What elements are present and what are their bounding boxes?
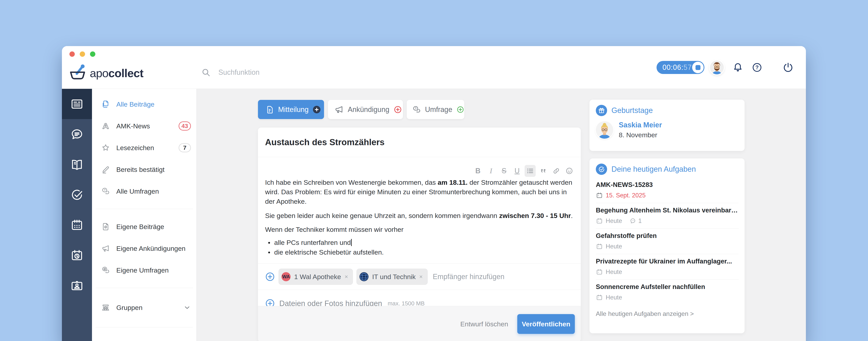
tab-label: Mitteilung [278,105,309,114]
editor-footer: Entwurf löschen Veröffentlichen [258,306,581,341]
italic-button[interactable]: I [486,165,497,177]
task-row[interactable]: Begehung Altenheim St. Nikolaus vereinba… [596,203,739,229]
birthday-entry[interactable]: Saskia Meier 8. November [589,116,745,139]
note-icon [265,105,274,114]
remove-recipient-icon[interactable]: × [419,273,423,280]
rail-item-duty-plan[interactable] [62,240,92,270]
svg-text:?: ? [104,189,105,192]
rail-item-calendar[interactable] [62,210,92,240]
recipient-chip[interactable]: IT und Technik × [356,269,428,285]
task-row[interactable]: AMK-NEWS-15283 15. Sept. 2025 [596,178,739,203]
document-edit-icon [101,222,111,231]
task-due-date: Heute [606,243,622,250]
bookmark-count-badge: 7 [179,143,191,152]
rail-item-handbook[interactable] [62,149,92,180]
chevron-down-icon [183,304,191,311]
logo-wordmark: apocollect [90,66,144,80]
task-row[interactable]: Privatrezepte für Ukrainer im Auffanglag… [596,254,739,280]
post-body-editor[interactable]: Ich habe ein Schreiben von Westenergie b… [265,178,574,257]
time-tracker[interactable]: 00:06:57 [656,61,705,74]
close-window-button[interactable] [69,52,75,57]
birthday-person-name[interactable]: Saskia Meier [619,121,662,129]
link-button[interactable] [551,165,562,177]
rail-item-contacts[interactable] [62,270,92,301]
bold-button[interactable]: B [472,165,484,177]
global-search[interactable]: Suchfunktion [202,68,259,77]
titlebar: apocollect Suchfunktion 00:06:57 [62,46,806,89]
bullet-list-button[interactable] [525,165,536,177]
remove-recipient-icon[interactable]: × [345,273,348,280]
sidebar-item-lesezeichen[interactable]: Lesezeichen 7 [92,137,196,159]
richtext-toolbar: B I S U [258,165,575,177]
sidebar-item-eigene-beitraege[interactable]: Eigene Beiträge [92,216,196,238]
sidebar-item-eigene-ankuendigungen[interactable]: Eigene Ankündigungen [92,238,196,259]
app-body: Alle Beiträge AMK-News 43 [62,89,806,341]
tab-label: Ankündigung [348,105,389,114]
task-due-date: Heute [606,217,622,224]
sidebar-item-label: Eigene Beiträge [116,223,191,230]
publish-button[interactable]: Veröffentlichen [517,314,575,334]
task-meta: Heute [596,243,739,250]
tab-umfrage[interactable]: ? Umfrage [407,100,464,119]
sidebar-item-alle-umfragen[interactable]: ? Alle Umfragen [92,180,196,202]
task-row[interactable]: Gefahrstoffe prüfen Heute [596,229,739,254]
sidebar-item-bereits-bestaetigt[interactable]: Bereits bestätigt [92,159,196,180]
strikethrough-button[interactable]: S [498,165,509,177]
blockquote-button[interactable] [538,165,549,177]
sidebar-item-label: Gruppen [116,304,183,312]
add-recipient-button[interactable] [265,272,275,282]
calendar-icon [596,192,603,199]
megaphone-icon [334,105,344,114]
timer-stop-button[interactable] [692,62,704,73]
user-avatar[interactable] [710,61,724,74]
zoom-window-button[interactable] [90,52,95,57]
rail-item-confirmations[interactable] [62,180,92,210]
sidebar-item-alle-beitraege[interactable]: Alle Beiträge [92,93,196,115]
sidebar-item-label: Alle Beiträge [116,100,191,108]
task-row[interactable]: Sonnencreme Aufsteller nachfüllen Heute [596,280,739,305]
birthdays-header: Geburtstage [589,100,745,116]
show-all-tasks-link[interactable]: Alle heutigen Aufgaben anzeigen > [589,305,745,322]
rail-item-chat[interactable] [62,119,92,149]
task-meta: Heute [596,269,739,276]
recipient-chip[interactable]: WA 1 Wal Apotheke × [279,269,353,285]
notifications-bell-icon[interactable] [733,62,743,73]
star-icon [101,144,111,152]
tab-mitteilung[interactable]: Mitteilung [258,100,324,119]
divider [258,157,581,157]
todays-tasks-card: Deine heutigen Aufgaben AMK-NEWS-15283 1… [589,158,745,333]
recipient-input-placeholder[interactable]: Empfänger hinzufügen [433,273,504,281]
minimize-window-button[interactable] [80,52,85,57]
calendar-icon [596,217,603,224]
chat-bubble-icon [70,128,84,141]
sidebar-item-gruppen[interactable]: Gruppen [92,295,196,320]
app-window: apocollect Suchfunktion 00:06:57 [62,46,806,341]
check-circle-icon [70,188,84,202]
task-title: Sonnencreme Aufsteller nachfüllen [596,283,739,291]
birthdays-title: Geburtstage [612,106,653,115]
comment-count: 1 [630,217,642,224]
post-title-input[interactable]: Austausch des Stromzählers [258,128,581,157]
logout-power-icon[interactable] [783,62,794,73]
delete-draft-button[interactable]: Entwurf löschen [460,320,508,328]
apocollect-logo: apocollect [68,64,144,82]
rail-item-feed[interactable] [62,89,92,119]
add-umfrage-icon [457,105,464,114]
emoji-button[interactable] [564,165,575,177]
sidebar-item-eigene-umfragen[interactable]: Eigene Umfragen [92,259,196,281]
sidebar-item-amk-news[interactable]: AMK-News 43 [92,115,196,137]
unread-count-badge: 43 [179,121,191,130]
search-placeholder: Suchfunktion [218,68,259,76]
task-due-date: Heute [606,294,622,301]
task-list: AMK-NEWS-15283 15. Sept. 2025 Begehung A… [589,175,745,305]
tab-ankuendigung[interactable]: Ankündigung [328,100,403,119]
icon-rail [62,89,92,341]
recipients-row: WA 1 Wal Apotheke × [258,264,581,290]
sidebar-item-standorte[interactable]: Standorte [92,334,196,341]
help-icon[interactable]: ? [752,62,762,72]
sidebar-item-label: Lesezeichen [116,144,179,152]
birthdays-card: Geburtstage [589,100,745,151]
add-ankuendigung-icon [394,105,402,114]
sidebar-item-label: AMK-News [116,122,179,130]
underline-button[interactable]: U [512,165,523,177]
